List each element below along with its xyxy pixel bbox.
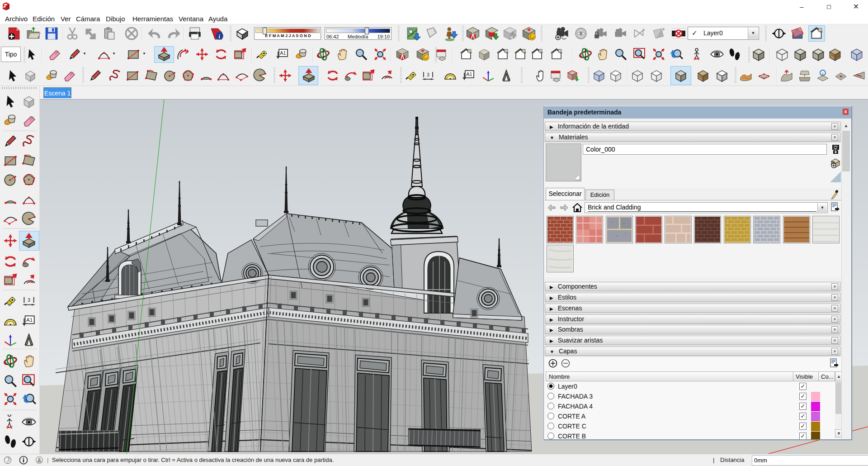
svg-text:A1: A1 [280,50,286,56]
svg-text:i: i [219,33,221,40]
svg-text:A1: A1 [26,317,33,323]
svg-text:A1: A1 [466,71,472,77]
svg-text:3: 3 [427,72,429,77]
svg-text:3: 3 [28,297,30,303]
